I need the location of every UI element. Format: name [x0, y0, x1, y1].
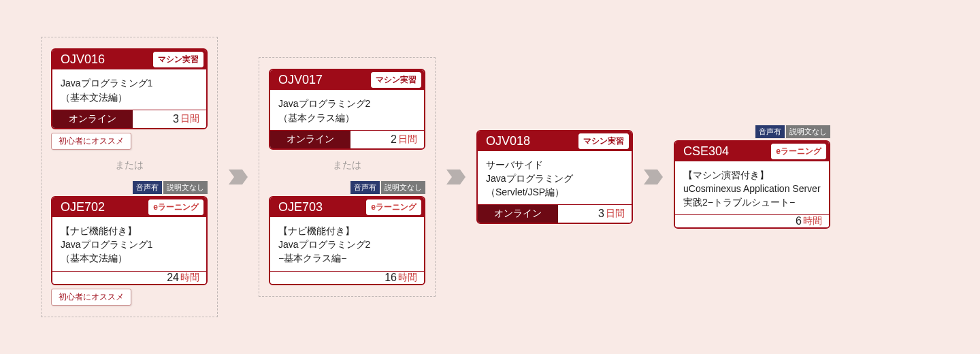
group-1: OJV016 マシン実習 Javaプログラミング1（基本文法編） オンライン 3…: [41, 37, 218, 317]
course-title: Javaプログラミング2（基本クラス編）: [270, 90, 424, 130]
course-title: 【マシン演習付き】uCosminexus Application Server実…: [675, 161, 829, 215]
course-oje702-wrap: 音声有 説明文なし OJE702 eラーニング 【ナビ機能付き】Javaプログラ…: [51, 181, 208, 306]
card-footer: 16 時間: [270, 271, 424, 284]
group-2: OJV017 マシン実習 Javaプログラミング2（基本クラス編） オンライン …: [259, 57, 436, 296]
badge-machine: マシン実習: [371, 72, 421, 88]
svg-marker-2: [644, 170, 663, 184]
card-footer: 6 時間: [675, 214, 829, 227]
course-code: OJV017: [273, 73, 323, 87]
course-ojv016-wrap: OJV016 マシン実習 Javaプログラミング1（基本文法編） オンライン 3…: [51, 48, 208, 150]
audio-tag: 音声有 説明文なし: [133, 181, 208, 194]
course-oje703-wrap: 音声有 説明文なし OJE703 eラーニング 【ナビ機能付き】Javaプログラ…: [269, 181, 425, 285]
card-header: OJV018 マシン実習: [478, 131, 632, 151]
or-label: または: [115, 159, 144, 172]
course-cse304-wrap: 音声有 説明文なし CSE304 eラーニング 【マシン演習付き】uCosmin…: [674, 125, 830, 229]
course-card-oje703[interactable]: OJE703 eラーニング 【ナビ機能付き】Javaプログラミング2−基本クラス…: [269, 196, 425, 285]
svg-marker-0: [229, 170, 248, 184]
card-header: OJV017 マシン実習: [270, 70, 424, 90]
course-title: 【ナビ機能付き】Javaプログラミング2−基本クラス編−: [270, 217, 424, 271]
card-footer: 24 時間: [52, 271, 206, 284]
course-card-ojv017[interactable]: OJV017 マシン実習 Javaプログラミング2（基本クラス編） オンライン …: [269, 69, 425, 150]
card-header: OJE703 eラーニング: [270, 197, 424, 217]
card-footer: オンライン 3 日間: [52, 110, 206, 128]
card-header: CSE304 eラーニング: [675, 142, 829, 161]
course-code: OJV018: [480, 134, 530, 148]
course-code: OJV016: [55, 52, 105, 67]
course-title: 【ナビ機能付き】Javaプログラミング1（基本文法編）: [52, 217, 206, 271]
badge-machine: マシン実習: [578, 133, 629, 149]
mode-online: オンライン: [270, 131, 350, 148]
course-ojv018-wrap: OJV018 マシン実習 サーバサイドJavaプログラミング（Servlet/J…: [476, 130, 633, 225]
course-card-oje702[interactable]: OJE702 eラーニング 【ナビ機能付き】Javaプログラミング1（基本文法編…: [51, 196, 208, 285]
course-ojv017-wrap: OJV017 マシン実習 Javaプログラミング2（基本クラス編） オンライン …: [269, 69, 425, 150]
card-header: OJE702 eラーニング: [52, 197, 206, 217]
duration: 16 時間: [270, 272, 424, 284]
arrow-icon: [644, 170, 663, 184]
duration: 6 時間: [675, 215, 829, 227]
badge-elearn: eラーニング: [771, 144, 826, 159]
arrow-icon: [229, 170, 248, 184]
course-card-ojv018[interactable]: OJV018 マシン実習 サーバサイドJavaプログラミング（Servlet/J…: [476, 130, 633, 225]
course-title: Javaプログラミング1（基本文法編）: [52, 69, 206, 110]
duration: 24 時間: [52, 272, 206, 284]
card-header: OJV016 マシン実習: [52, 50, 206, 69]
duration: 3 日間: [558, 205, 632, 223]
card-footer: オンライン 2 日間: [270, 130, 424, 148]
mode-online: オンライン: [478, 205, 558, 223]
course-code: CSE304: [678, 144, 729, 159]
duration: 2 日間: [350, 131, 424, 148]
course-flow: OJV016 マシン実習 Javaプログラミング1（基本文法編） オンライン 3…: [41, 37, 830, 317]
card-footer: オンライン 3 日間: [478, 204, 632, 223]
recommend-tag: 初心者にオススメ: [51, 133, 131, 150]
course-title: サーバサイドJavaプログラミング（Servlet/JSP編）: [478, 151, 632, 205]
recommend-tag: 初心者にオススメ: [51, 289, 131, 306]
svg-marker-1: [446, 170, 466, 184]
arrow-icon: [446, 170, 466, 184]
course-code: OJE703: [273, 200, 323, 214]
or-label: または: [333, 159, 361, 172]
badge-machine: マシン実習: [153, 52, 203, 67]
course-code: OJE702: [55, 200, 105, 214]
badge-elearn: eラーニング: [148, 199, 203, 215]
course-card-ojv016[interactable]: OJV016 マシン実習 Javaプログラミング1（基本文法編） オンライン 3…: [51, 48, 208, 129]
duration: 3 日間: [133, 110, 206, 128]
mode-online: オンライン: [52, 110, 133, 128]
audio-tag: 音声有 説明文なし: [350, 181, 425, 194]
audio-tag: 音声有 説明文なし: [755, 125, 830, 138]
badge-elearn: eラーニング: [366, 199, 421, 215]
course-card-cse304[interactable]: CSE304 eラーニング 【マシン演習付き】uCosminexus Appli…: [674, 140, 830, 229]
